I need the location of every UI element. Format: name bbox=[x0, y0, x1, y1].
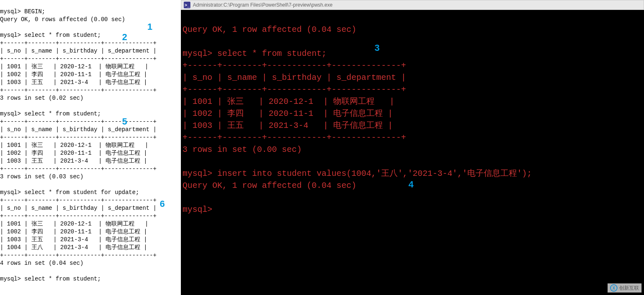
annotation-5: 5 bbox=[122, 118, 127, 125]
table-row: | 1004 | 王八 | 2021-3-4 | 电子信息工程 | bbox=[0, 244, 147, 251]
table-header: | s_no | s_name | s_birthday | s_departm… bbox=[0, 205, 156, 211]
table-header: | s_no | s_name | s_birthday | s_departm… bbox=[0, 126, 156, 133]
table-row: | 1001 | 张三 | 2020-12-1 | 物联网工程 | bbox=[183, 97, 394, 106]
table-border: +------+--------+------------+----------… bbox=[0, 197, 156, 204]
watermark-logo-icon: X bbox=[610, 284, 618, 292]
title-path: C:\Program Files\PowerShell\7-preview\pw… bbox=[223, 2, 332, 8]
query-ok-insert: Query OK, 1 row affected (0.04 sec) bbox=[183, 181, 356, 190]
table-border: +------+--------+------------+----------… bbox=[0, 87, 156, 94]
right-terminal[interactable]: Query OK, 1 row affected (0.04 sec) mysq… bbox=[181, 10, 644, 295]
annotation-2: 2 bbox=[122, 33, 127, 41]
query-ok-begin: Query OK, 0 rows affected (0.00 sec) bbox=[0, 16, 125, 23]
table-border: +------+--------+------------+----------… bbox=[0, 55, 156, 62]
table-row: | 1001 | 张三 | 2020-12-1 | 物联网工程 | bbox=[0, 63, 148, 70]
table-row: | 1003 | 王五 | 2021-3-4 | 电子信息工程 | bbox=[0, 236, 147, 243]
select-stmt-5: mysql> select * from student; bbox=[0, 110, 101, 117]
title-prefix: Administrator: bbox=[193, 2, 223, 8]
select-for-update-6: mysql> select * from student for update; bbox=[0, 189, 139, 196]
table-border: +------+--------+------------+----------… bbox=[183, 61, 406, 70]
table-border: +------+--------+------------+----------… bbox=[183, 85, 406, 94]
result-count: 3 rows in set (0.00 sec) bbox=[183, 145, 302, 154]
table-border: +------+--------+------------+----------… bbox=[0, 134, 156, 141]
left-terminal[interactable]: mysql> BEGIN; Query OK, 0 rows affected … bbox=[0, 0, 181, 295]
table-header: | s_no | s_name | s_birthday | s_departm… bbox=[183, 73, 406, 82]
table-row: | 1002 | 李四 | 2020-11-1 | 电子信息工程 | bbox=[0, 150, 147, 156]
table-header: | s_no | s_name | s_birthday | s_departm… bbox=[0, 48, 156, 54]
titlebar[interactable]: >_ Administrator: C:\Program Files\Power… bbox=[181, 0, 644, 10]
query-ok-1: Query OK, 1 row affected (0.04 sec) bbox=[183, 25, 356, 34]
table-row: | 1003 | 王五 | 2021-3-4 | 电子信息工程 | bbox=[0, 79, 147, 86]
result-count: 4 rows in set (0.04 sec) bbox=[0, 260, 84, 266]
annotation-3: 3 bbox=[375, 43, 380, 53]
table-row: | 1001 | 张三 | 2020-12-1 | 物联网工程 | bbox=[0, 221, 148, 227]
table-row: | 1003 | 王五 | 2021-3-4 | 电子信息工程 | bbox=[183, 121, 393, 130]
insert-stmt: mysql> insert into student values(1004,'… bbox=[183, 169, 532, 178]
annotation-6: 6 bbox=[160, 200, 165, 208]
annotation-4: 4 bbox=[409, 179, 413, 190]
mysql-prompt-next: mysql> select * from student; bbox=[0, 276, 101, 282]
table-border: +------+--------+------------+----------… bbox=[183, 133, 406, 142]
result-count: 3 rows in set (0.03 sec) bbox=[0, 173, 84, 180]
right-window: >_ Administrator: C:\Program Files\Power… bbox=[181, 0, 644, 295]
annotation-1: 1 bbox=[147, 23, 152, 31]
table-row: | 1003 | 王五 | 2021-3-4 | 电子信息工程 | bbox=[0, 158, 147, 164]
table-border: +------+--------+------------+----------… bbox=[0, 118, 156, 125]
powershell-icon: >_ bbox=[184, 2, 190, 8]
table-row: | 1002 | 李四 | 2020-11-1 | 电子信息工程 | bbox=[0, 71, 147, 78]
table-row: | 1002 | 李四 | 2020-11-1 | 电子信息工程 | bbox=[183, 109, 393, 118]
mysql-begin: mysql> BEGIN; bbox=[0, 8, 45, 15]
result-count: 3 rows in set (0.02 sec) bbox=[0, 95, 84, 101]
table-border: +------+--------+------------+----------… bbox=[0, 40, 156, 46]
watermark: X 创新互联 bbox=[608, 283, 642, 293]
table-border: +------+--------+------------+----------… bbox=[0, 213, 156, 219]
mysql-prompt[interactable]: mysql> bbox=[183, 205, 217, 214]
table-row: | 1002 | 李四 | 2020-11-1 | 电子信息工程 | bbox=[0, 228, 147, 235]
table-border: +------+--------+------------+----------… bbox=[0, 252, 156, 259]
select-stmt-2: mysql> select * from student; bbox=[0, 32, 101, 38]
table-border: +------+--------+------------+----------… bbox=[0, 165, 156, 172]
table-row: | 1001 | 张三 | 2020-12-1 | 物联网工程 | bbox=[0, 142, 148, 149]
watermark-text: 创新互联 bbox=[619, 285, 639, 292]
select-stmt-3: mysql> select * from student; bbox=[183, 49, 327, 58]
